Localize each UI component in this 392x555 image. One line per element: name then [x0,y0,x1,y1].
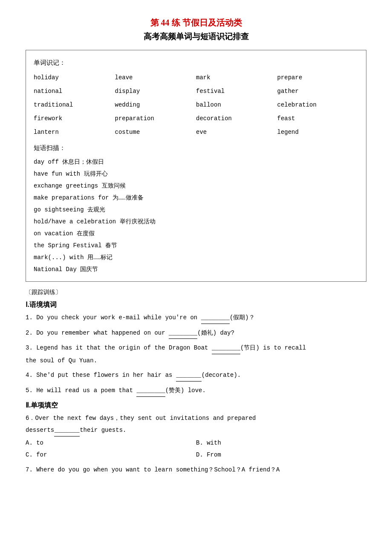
blank-6: _______ [54,425,80,436]
phrase-9: mark(...) with 用……标记 [34,251,358,263]
word-4-2: preparation [115,112,196,125]
vocab-box: 单词识记： holiday leave mark prepare nationa… [26,50,366,282]
word-5-3: eve [196,125,277,139]
question-2-text: 2. Do you remember what happened on our … [26,327,366,339]
option-6-A: A. to [26,437,196,449]
section-II-header: Ⅱ.单项填空 [26,401,366,410]
word-1-4: prepare [277,71,359,84]
word-3-4: celebration [277,98,359,112]
word-5-4: legend [277,125,359,139]
word-1-3: mark [196,71,277,84]
blank-5: ________ [136,385,165,397]
question-2: 2. Do you remember what happened on our … [26,327,366,339]
question-3: 3. Legend has it that the origin of the … [26,342,366,366]
question-7-text: 7. Where do you go when you want to lear… [26,464,366,476]
question-1-text: 1. Do you check your work e-mail while y… [26,312,366,324]
main-title: 第 44 练 节假日及活动类 [26,17,366,29]
question-4-text: 4. She'd put these flowers in her hair a… [26,370,366,382]
word-1-2: leave [115,71,196,84]
phrase-1: day off 休息日；休假日 [34,156,358,168]
word-2-4: gather [277,84,359,98]
section1-label: 单词识记： [34,56,358,69]
word-5-1: lantern [34,125,115,139]
word-4-3: decoration [196,112,277,125]
blank-4: _______ [176,370,202,382]
phrase-4: make preparations for 为……做准备 [34,192,358,204]
question-6: 6．Over the next few days，they sent out i… [26,413,366,461]
question-4: 4. She'd put these flowers in her hair a… [26,370,366,382]
options-6-2: C. for D. From [26,449,366,461]
question-7: 7. Where do you go when you want to lear… [26,464,366,476]
word-1-1: holiday [34,71,115,84]
word-2-2: display [115,84,196,98]
question-1: 1. Do you check your work e-mail while y… [26,312,366,324]
option-6-D: D. From [196,449,366,461]
question-6-text: 6．Over the next few days，they sent out i… [26,413,366,424]
phrase-8: the Spring Festival 春节 [34,240,358,251]
question-5-text: 5. He will read us a poem that ________(… [26,385,366,397]
question-3-text: 3. Legend has it that the origin of the … [26,342,366,354]
word-2-1: national [34,84,115,98]
phrase-7: on vacation 在度假 [34,228,358,240]
option-6-B: B. with [196,437,366,449]
phrase-5: go sightseeing 去观光 [34,204,358,216]
phrase-3: exchange greetings 互致问候 [34,180,358,192]
blank-3: ________ [212,342,240,354]
word-4-1: firework [34,112,115,125]
option-6-C: C. for [26,449,196,461]
phrase-section: 短语扫描： day off 休息日；休假日 have fun with 玩得开心… [34,142,358,275]
word-grid: holiday leave mark prepare national disp… [34,71,358,139]
section-I-header: Ⅰ.语境填词 [26,301,366,309]
word-2-3: festival [196,84,277,98]
question-6-cont: desserts_______their guests. [26,425,366,436]
options-6: A. to B. with [26,437,366,449]
sub-title: 高考高频单词与短语识记排查 [26,31,366,42]
word-3-3: balloon [196,98,277,112]
follow-up-label: 〔跟踪训练〕 [26,289,366,296]
phrase-6: hold/have a celebration 举行庆祝活动 [34,216,358,228]
blank-1: ________ [201,312,230,324]
phrase-2: have fun with 玩得开心 [34,168,358,180]
section2-label: 短语扫描： [34,142,358,154]
question-3-cont: the soul of Qu Yuan. [26,355,366,367]
blank-2: ________ [169,327,197,339]
question-5: 5. He will read us a poem that ________(… [26,385,366,397]
phrase-10: National Day 国庆节 [34,263,358,275]
word-5-2: costume [115,125,196,139]
word-4-4: feast [277,112,359,125]
word-3-2: wedding [115,98,196,112]
word-3-1: traditional [34,98,115,112]
